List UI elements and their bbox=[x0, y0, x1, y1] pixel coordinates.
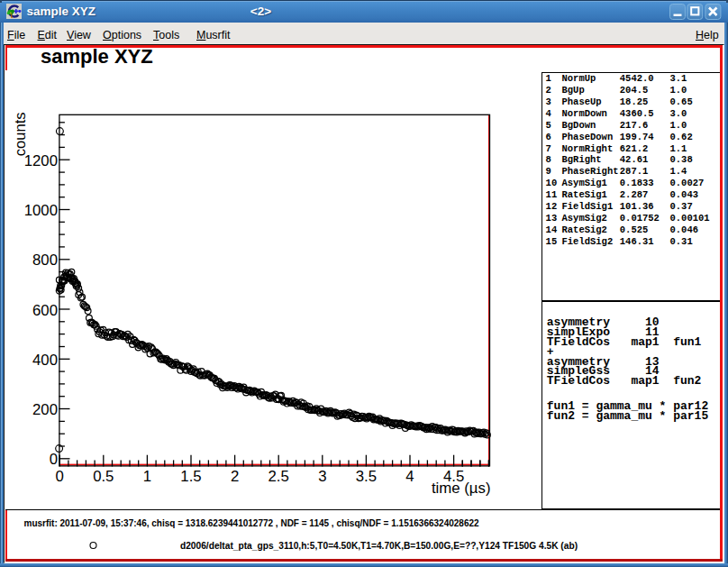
svg-text:1200: 1200 bbox=[24, 152, 58, 169]
svg-text:600: 600 bbox=[32, 302, 58, 319]
svg-text:4: 4 bbox=[405, 468, 414, 485]
svg-text:counts: counts bbox=[12, 112, 29, 156]
svg-text:time (µs): time (µs) bbox=[432, 480, 491, 497]
svg-text:800: 800 bbox=[32, 251, 58, 269]
svg-text:3: 3 bbox=[318, 468, 326, 485]
svg-text:1: 1 bbox=[143, 468, 151, 485]
svg-text:400: 400 bbox=[32, 352, 58, 369]
svg-text:0: 0 bbox=[50, 451, 58, 468]
svg-text:2.5: 2.5 bbox=[268, 468, 289, 485]
svg-text:1.5: 1.5 bbox=[180, 468, 201, 485]
svg-text:3.5: 3.5 bbox=[356, 468, 377, 485]
svg-text:200: 200 bbox=[32, 401, 58, 418]
svg-text:2: 2 bbox=[231, 468, 239, 485]
svg-text:1000: 1000 bbox=[24, 202, 58, 219]
svg-text:0.5: 0.5 bbox=[93, 468, 114, 485]
svg-text:0: 0 bbox=[56, 468, 64, 485]
